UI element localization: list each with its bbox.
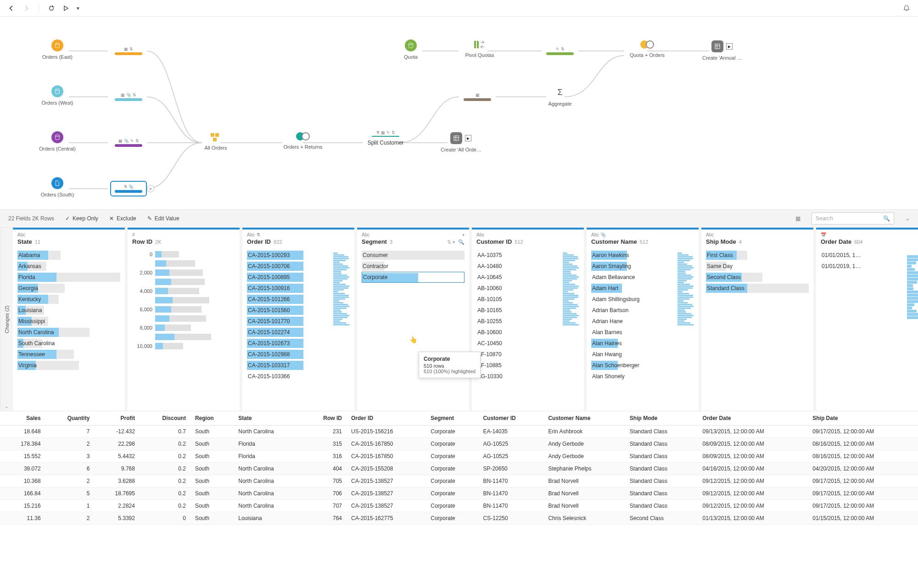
grid-header-cell[interactable]: State (234, 411, 303, 426)
grid-row[interactable]: 166.84518.76950.2SouthNorth Carolina706C… (0, 487, 918, 500)
profile-column-customerid[interactable]: AbcCustomer ID512AA-10375AA-10480AA-1064… (472, 228, 587, 411)
column-menu[interactable]: ▾ (462, 232, 465, 237)
value-row[interactable]: Corporate (362, 272, 465, 283)
grid-cell: Corporate (426, 487, 478, 500)
node-all-orders-union[interactable]: All Orders (197, 132, 234, 151)
value-row[interactable]: North Carolina (17, 327, 120, 338)
grid-header-cell[interactable]: Segment (426, 411, 478, 426)
node-quota-orders-join[interactable]: Quota + Orders (622, 40, 672, 58)
node-output-all-orders[interactable]: ▸ Create 'All Orde… (441, 132, 496, 152)
expand-pane-button[interactable]: ⌄ (905, 215, 910, 222)
step-east[interactable]: ▦⇅ (110, 43, 147, 59)
column-name: Order Date (821, 238, 851, 245)
profile-column-customername[interactable]: Abc 📎Customer Name512Aaron HawkinsAaron … (587, 228, 701, 411)
grid-header-cell[interactable]: Discount (140, 411, 190, 426)
value-row[interactable]: First Class (706, 250, 809, 261)
grid-row[interactable]: 11.3625.33920SouthLouisiana764CA-2015-16… (0, 512, 918, 525)
step-brown[interactable]: ▦ (459, 89, 496, 105)
node-orders-returns-join[interactable]: Orders + Returns (278, 132, 328, 150)
node-orders-south[interactable]: Orders (South) (28, 177, 87, 197)
node-quota[interactable]: Quota (381, 39, 441, 60)
view-toggle-button[interactable]: ▦ (795, 215, 800, 222)
profile-column-orderid[interactable]: Abc ⚗Order ID822CA-2015-100293CA-2015-10… (242, 228, 357, 411)
value-row[interactable]: South Carolina (17, 338, 120, 349)
value-row[interactable]: Virginia (17, 360, 120, 371)
profile-column-state[interactable]: AbcState11AlabamaArkansasFloridaGeorgiaK… (13, 228, 128, 411)
grid-cell: Corporate (426, 426, 478, 438)
profile-column-shipmode[interactable]: AbcShip Mode4First ClassSame DaySecond C… (701, 228, 816, 411)
value-row[interactable]: Same Day (706, 261, 809, 272)
value-row[interactable]: Contractor (362, 261, 465, 272)
value-row[interactable]: Second Class (706, 272, 809, 283)
value-row[interactable]: Arkansas (17, 261, 120, 272)
run-output-button[interactable]: ▸ (726, 43, 733, 50)
grid-cell: North Carolina (234, 463, 303, 475)
step-quota-clean[interactable]: ✎⇅ (542, 43, 578, 59)
step-west[interactable]: ▦📎⇅ (110, 89, 147, 105)
grid-row[interactable]: 18.6487-12.4320.7SouthNorth Carolina231U… (0, 426, 918, 438)
node-orders-central[interactable]: Orders (Central) (28, 131, 87, 151)
value-row[interactable]: Mississippi (17, 316, 120, 327)
grid-row[interactable]: 15.21612.28240.2SouthNorth Carolina707CA… (0, 500, 918, 512)
profile-column-segment[interactable]: Abc▾Segment3⇅ ▾🔍ConsumerContractorCorpor… (357, 228, 472, 411)
node-aggregate[interactable]: Σ Aggregate (542, 86, 578, 106)
run-flow-button[interactable] (61, 3, 71, 13)
grid-header-cell[interactable]: Order ID (347, 411, 426, 426)
step-south-selected[interactable]: ⚗📎+ (110, 181, 147, 196)
value-row[interactable]: Consumer (362, 250, 465, 261)
grid-row[interactable]: 15.55235.44320.2SouthFlorida316CA-2015-1… (0, 450, 918, 463)
value-row[interactable]: Florida (17, 272, 120, 283)
keep-only-button[interactable]: ✓Keep Only (65, 215, 98, 222)
grid-header-cell[interactable]: Customer Name (543, 411, 625, 426)
run-dropdown[interactable]: ▾ (76, 3, 80, 13)
step-split-customer[interactable]: ⚗▦✎⇅Split Customer (363, 130, 409, 146)
grid-row[interactable]: 39.07269.7680.2SouthNorth Carolina404CA-… (0, 463, 918, 475)
value-row[interactable]: Tennessee (17, 349, 120, 360)
grid-header-cell[interactable]: Order Date (698, 411, 808, 426)
value-row[interactable]: Louisiana (17, 305, 120, 316)
step-central[interactable]: ▦📎✎⇅ (110, 135, 147, 151)
grid-row[interactable]: 10.36823.62880.2SouthNorth Carolina705CA… (0, 475, 918, 487)
exclude-button[interactable]: ✕Exclude (109, 215, 136, 222)
grid-header-cell[interactable]: Ship Date (808, 411, 918, 426)
grid-cell: Florida (234, 438, 303, 450)
run-output-button[interactable]: ▸ (465, 135, 471, 141)
search-icon[interactable]: 🔍 (458, 239, 465, 245)
grid-header-cell[interactable]: Sales (0, 411, 45, 426)
data-grid[interactable]: SalesQuantityProfitDiscountRegionStateRo… (0, 411, 918, 540)
flow-canvas[interactable]: Orders (East) Orders (West) Orders (Cent… (0, 17, 918, 209)
back-button[interactable] (6, 3, 17, 13)
node-orders-west[interactable]: Orders (West) (28, 85, 87, 106)
profile-column-orderdate[interactable]: 📅Order Date60401/01/2015, 1…01/01/2019, … (816, 228, 918, 411)
node-orders-east[interactable]: Orders (East) (28, 39, 87, 60)
grid-header-cell[interactable]: Ship Mode (625, 411, 698, 426)
value-row[interactable]: Alabama (17, 250, 120, 261)
grid-row[interactable]: 178.384222.2980.2SouthFlorida315CA-2015-… (0, 438, 918, 450)
forward-button[interactable] (21, 3, 31, 13)
mini-distribution (677, 252, 696, 406)
grid-cell: BN-11470 (478, 487, 543, 500)
notifications-icon[interactable] (901, 3, 912, 13)
value-row[interactable]: 01/01/2019, 1… (821, 261, 918, 272)
grid-header-cell[interactable]: Profit (94, 411, 140, 426)
value-row[interactable]: 01/01/2015, 1… (821, 250, 918, 261)
changes-tab[interactable]: › Changes (2) (0, 228, 13, 411)
node-output-annual[interactable]: ▸ Create 'Annual … (702, 40, 757, 61)
value-row[interactable]: Kentucky (17, 294, 120, 305)
edit-value-button[interactable]: ✎Edit Value (147, 215, 179, 222)
add-step-button[interactable]: + (147, 185, 154, 192)
grid-header-cell[interactable]: Row ID (303, 411, 347, 426)
grid-header-cell[interactable]: Quantity (45, 411, 95, 426)
value-row[interactable]: Georgia (17, 283, 120, 294)
value-row[interactable]: Standard Class (706, 283, 809, 294)
grid-header-cell[interactable]: Region (190, 411, 234, 426)
sort-icon[interactable]: ⇅ ▾ (447, 239, 455, 245)
union-icon (210, 132, 222, 142)
profile-search-input[interactable]: Search🔍 (812, 213, 894, 224)
grid-header-cell[interactable]: Customer ID (478, 411, 543, 426)
profile-column-rowid[interactable]: #Row ID2K02,0004,0006,0008,00010,000 (128, 228, 242, 411)
refresh-button[interactable] (46, 3, 56, 13)
svg-point-14 (56, 89, 60, 91)
node-pivot-quotas[interactable]: Pivot Quotas (459, 39, 500, 58)
profile-columns-scroll[interactable]: AbcState11AlabamaArkansasFloridaGeorgiaK… (13, 228, 918, 411)
